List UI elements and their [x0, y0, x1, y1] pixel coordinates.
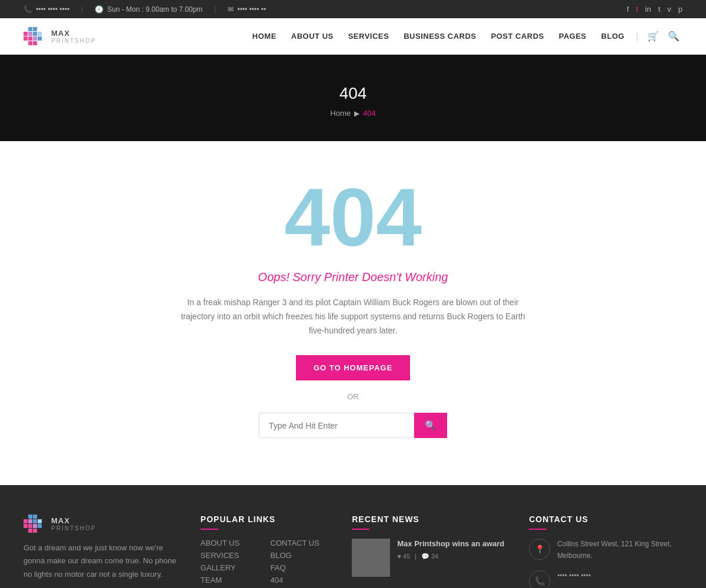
or-divider: OR [12, 392, 694, 401]
error-content: 404 Oops! Sorry Printer Doesn't Working … [0, 141, 706, 485]
footer-about-text: Got a dream and we just know now we're g… [24, 542, 177, 580]
recent-news-title: RECENT NEWS [352, 514, 505, 530]
search-icon[interactable]: 🔍 [665, 28, 682, 45]
email-text: •••• •••• •• [237, 5, 266, 14]
logo: MAX PRINTSHOP [24, 27, 96, 45]
nav-post-cards[interactable]: POST CARDS [485, 29, 550, 44]
location-icon: 📍 [529, 539, 550, 560]
contact-phone: •••• •••• •••• [557, 570, 591, 582]
nav-about[interactable]: ABOUT US [285, 29, 339, 44]
contact-address: Collins Street West, 121 King Street, Me… [557, 539, 682, 561]
breadcrumb-arrow: ▶ [354, 109, 359, 118]
contact-address-item: 📍 Collins Street West, 121 King Street, … [529, 539, 682, 561]
breadcrumb-home[interactable]: Home [330, 109, 351, 118]
news-title: Max Printshop wins an award [397, 539, 505, 549]
footer-grid: MAX PRINTSHOP Got a dream and we just kn… [24, 514, 682, 588]
nav-home[interactable]: HOME [247, 29, 282, 44]
news-content: Max Printshop wins an award ♥ 45 | 💬 34 [397, 539, 505, 577]
news-thumbnail [352, 539, 390, 577]
email-info: ✉ •••• •••• •• [228, 5, 266, 14]
hours-text: Sun - Mon : 9.00am to 7.00pm [107, 5, 202, 14]
link-blog[interactable]: BLOG [271, 551, 329, 560]
popular-links-title: POPULAR LINKS [201, 514, 328, 530]
social-twitter[interactable]: t [636, 5, 638, 14]
link-404[interactable]: 404 [271, 576, 329, 584]
news-meta: ♥ 45 | 💬 34 [397, 553, 505, 560]
social-vimeo[interactable]: v [667, 5, 671, 14]
main-nav: HOME ABOUT US SERVICES BUSINESS CARDS PO… [247, 28, 682, 45]
link-about-us[interactable]: ABOUT US [201, 539, 259, 547]
search-input[interactable] [259, 413, 414, 438]
hero-title: 404 [12, 84, 694, 103]
nav-services[interactable]: SERVICES [342, 29, 395, 44]
nav-blog[interactable]: BLOG [595, 29, 631, 44]
error-number: 404 [12, 176, 694, 259]
social-tumblr[interactable]: t [658, 5, 661, 14]
footer-logo: MAX PRINTSHOP [24, 514, 177, 533]
social-facebook[interactable]: f [627, 5, 629, 14]
go-homepage-button[interactable]: GO TO HOMEPAGE [296, 355, 410, 380]
footer-contact: CONTACT US 📍 Collins Street West, 121 Ki… [529, 514, 682, 588]
contact-title: CONTACT US [529, 514, 682, 530]
link-team[interactable]: TEAM [201, 576, 259, 584]
news-comments: 💬 34 [421, 553, 438, 560]
footer: MAX PRINTSHOP Got a dream and we just kn… [0, 485, 706, 588]
top-bar-left: 📞 •••• •••• •••• | 🕘 Sun - Mon : 9.00am … [24, 5, 266, 14]
breadcrumb: Home ▶ 404 [12, 109, 694, 118]
news-item: Max Printshop wins an award ♥ 45 | 💬 34 [352, 539, 505, 577]
error-description: In a freak mishap Ranger 3 and its pilot… [176, 296, 530, 338]
nav-business-cards[interactable]: BUSINESS CARDS [398, 29, 482, 44]
logo-text: MAX PRINTSHOP [51, 29, 96, 44]
contact-phone-item: 📞 •••• •••• •••• [529, 570, 682, 588]
logo-pixels [24, 27, 46, 45]
nav-divider: | [636, 32, 638, 41]
footer-logo-line2: PRINTSHOP [51, 525, 96, 532]
hero-section: 404 Home ▶ 404 [0, 55, 706, 141]
header: MAX PRINTSHOP HOME ABOUT US SERVICES BUS… [0, 18, 706, 55]
footer-recent-news: RECENT NEWS Max Printshop wins an award … [352, 514, 505, 588]
link-faq[interactable]: FAQ [271, 563, 329, 572]
top-bar-social: f t in t v p [627, 5, 682, 14]
phone-icon: 📞 [24, 5, 32, 14]
link-services[interactable]: SERVICES [201, 551, 259, 560]
nav-pages[interactable]: PAGES [553, 29, 592, 44]
link-gallery[interactable]: GALLERY [201, 563, 259, 572]
logo-line1: MAX [51, 29, 96, 38]
news-meta-divider: | [415, 553, 417, 560]
search-button[interactable]: 🔍 [414, 413, 447, 438]
cart-icon[interactable]: 🛒 [644, 28, 662, 45]
footer-logo-text: MAX PRINTSHOP [51, 516, 96, 532]
footer-logo-pixels [24, 514, 46, 533]
social-linkedin[interactable]: in [645, 5, 651, 14]
social-pinterest[interactable]: p [678, 5, 682, 14]
footer-logo-line1: MAX [51, 516, 96, 525]
logo-line2: PRINTSHOP [51, 38, 96, 44]
popular-links-grid: ABOUT US CONTACT US SERVICES BLOG GALLER… [201, 539, 328, 588]
phone-info: 📞 •••• •••• •••• [24, 5, 69, 14]
breadcrumb-current: 404 [363, 109, 376, 118]
footer-popular-links: POPULAR LINKS ABOUT US CONTACT US SERVIC… [201, 514, 328, 588]
news-likes: ♥ 45 [397, 553, 410, 560]
phone-number: •••• •••• •••• [36, 5, 69, 14]
email-icon: ✉ [228, 5, 234, 14]
link-contact-us[interactable]: CONTACT US [271, 539, 329, 547]
footer-about: MAX PRINTSHOP Got a dream and we just kn… [24, 514, 177, 588]
phone-icon: 📞 [529, 570, 550, 588]
top-bar: 📞 •••• •••• •••• | 🕘 Sun - Mon : 9.00am … [0, 0, 706, 18]
clock-icon: 🕘 [95, 5, 104, 14]
hours-info: 🕘 Sun - Mon : 9.00am to 7.00pm [95, 5, 202, 14]
error-subtitle: Oops! Sorry Printer Doesn't Working [12, 270, 694, 284]
search-bar: 🔍 [259, 413, 447, 438]
